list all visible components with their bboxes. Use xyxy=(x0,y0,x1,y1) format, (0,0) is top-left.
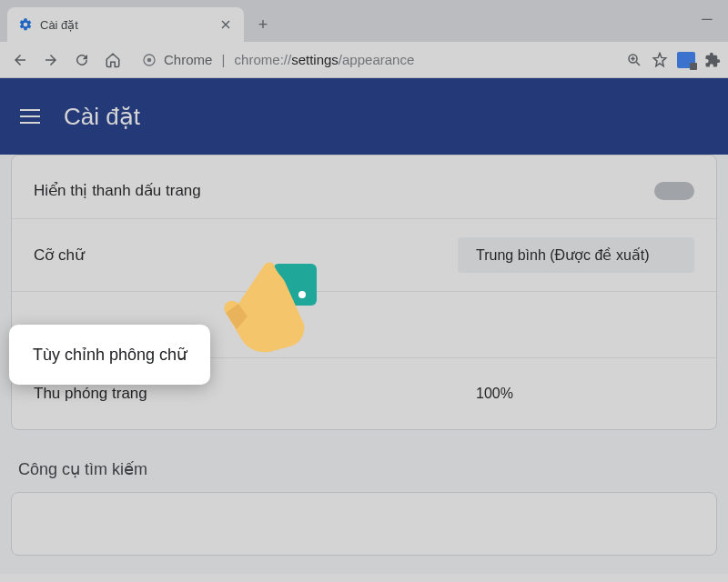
appearance-card: Hiển thị thanh dấu trang Cỡ chữ Trung bì… xyxy=(11,155,717,430)
bookmarks-bar-row[interactable]: Hiển thị thanh dấu trang xyxy=(12,156,716,218)
pointing-hand-icon xyxy=(207,247,326,366)
zoom-icon[interactable] xyxy=(626,52,642,68)
customize-fonts-highlight-label: Tùy chỉnh phông chữ xyxy=(33,346,187,364)
page-title: Cài đặt xyxy=(64,103,140,131)
chrome-icon xyxy=(142,53,157,67)
forward-button[interactable] xyxy=(38,47,64,73)
url-text: Chrome | chrome://settings/appearance xyxy=(164,52,414,67)
search-engine-card xyxy=(11,492,717,556)
search-engine-section-title: Công cụ tìm kiếm xyxy=(7,430,721,492)
browser-tab[interactable]: Cài đặt xyxy=(7,7,244,42)
tab-title: Cài đặt xyxy=(40,18,211,32)
new-tab-button[interactable]: + xyxy=(249,11,277,38)
close-icon[interactable] xyxy=(218,17,233,32)
translate-icon[interactable] xyxy=(677,52,695,68)
extensions-icon[interactable] xyxy=(704,52,721,68)
gear-icon xyxy=(18,17,33,32)
address-bar[interactable]: Chrome | chrome://settings/appearance xyxy=(131,46,621,74)
toolbar: Chrome | chrome://settings/appearance xyxy=(0,42,728,78)
font-size-label: Cỡ chữ xyxy=(34,246,85,265)
search-engine-row[interactable] xyxy=(12,493,716,555)
home-button[interactable] xyxy=(100,47,126,73)
bookmarks-bar-label: Hiển thị thanh dấu trang xyxy=(34,181,201,200)
page-zoom-value[interactable]: 100% xyxy=(458,376,694,411)
reload-button[interactable] xyxy=(69,47,95,73)
font-size-value[interactable]: Trung bình (Được đề xuất) xyxy=(458,237,694,273)
tab-strip: Cài đặt + ─ xyxy=(0,0,728,42)
font-size-row[interactable]: Cỡ chữ Trung bình (Được đề xuất) xyxy=(12,218,716,291)
bookmarks-toggle[interactable] xyxy=(654,182,694,200)
svg-point-4 xyxy=(298,291,306,298)
settings-header: Cài đặt xyxy=(0,78,728,155)
back-button[interactable] xyxy=(7,47,33,73)
page-zoom-label: Thu phóng trang xyxy=(34,385,147,403)
svg-point-1 xyxy=(147,57,152,62)
window-controls: ─ xyxy=(701,11,728,42)
minimize-button[interactable]: ─ xyxy=(701,11,713,27)
customize-fonts-highlight[interactable]: Tùy chỉnh phông chữ xyxy=(9,325,210,385)
star-icon[interactable] xyxy=(652,52,668,68)
menu-icon[interactable] xyxy=(20,105,40,128)
